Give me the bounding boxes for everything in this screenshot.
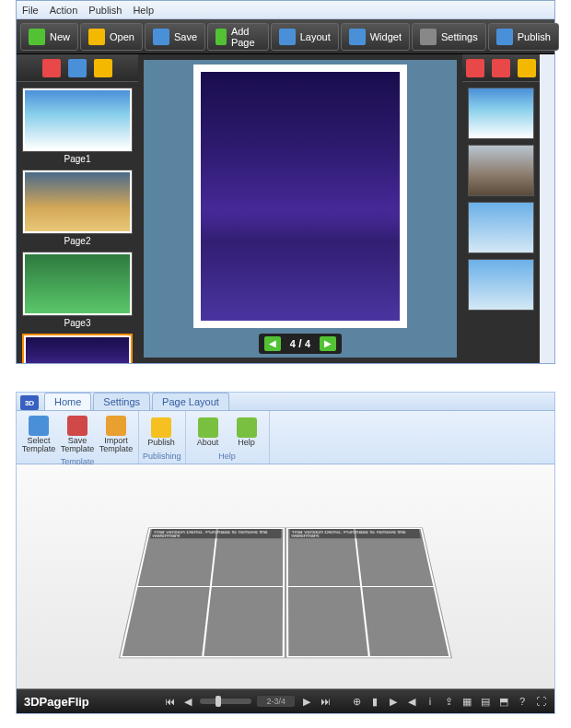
button-label: SaveTemplate bbox=[61, 437, 95, 453]
ribbon: SelectTemplateSaveTemplateImportTemplate… bbox=[17, 411, 554, 464]
help-icon[interactable]: ? bbox=[516, 695, 529, 708]
thumbnail-label: Page1 bbox=[22, 152, 133, 166]
viewer-footer: 3DPageFlip ⏮ ◀ 2-3/4 ▶ ⏭ ⊕ ▮ ▶ ◀ i ⇪ ▦ ▤… bbox=[17, 689, 554, 713]
canvas-area: ◀ 4 / 4 ▶ bbox=[138, 54, 462, 363]
menu-help[interactable]: Help bbox=[133, 5, 154, 16]
fullscreen-icon[interactable]: ⛶ bbox=[534, 695, 547, 708]
flipbook-stage[interactable]: Trial version Demo. Purchase to remove t… bbox=[17, 464, 554, 689]
button-label: Widget bbox=[370, 31, 402, 42]
page-thumbnail[interactable] bbox=[22, 88, 133, 152]
scrollbar[interactable] bbox=[540, 54, 554, 363]
button-label: Publish bbox=[147, 439, 175, 447]
sound-icon[interactable]: ◀ bbox=[405, 695, 418, 708]
thumbnail-label: Page2 bbox=[22, 234, 133, 248]
asset-thumbnail[interactable] bbox=[468, 145, 534, 196]
thumbnail-image bbox=[25, 90, 130, 149]
ribbon-group-template: SelectTemplateSaveTemplateImportTemplate… bbox=[17, 411, 139, 464]
save-icon bbox=[153, 29, 169, 45]
asset-icon-1[interactable] bbox=[466, 59, 484, 77]
new-button[interactable]: New bbox=[20, 23, 78, 51]
new-icon bbox=[29, 29, 45, 45]
tab-settings[interactable]: Settings bbox=[93, 393, 150, 410]
save-template-button[interactable]: SaveTemplate bbox=[59, 413, 96, 456]
help-button[interactable]: Help bbox=[228, 413, 265, 451]
viewer-window: 3D Home Settings Page Layout SelectTempl… bbox=[16, 392, 555, 714]
download-icon[interactable]: ⬒ bbox=[497, 695, 510, 708]
button-label: Add Page bbox=[231, 26, 261, 48]
reorder-page-icon[interactable] bbox=[94, 59, 112, 77]
page-image bbox=[122, 587, 209, 656]
ribbon-group-help: AboutHelpHelp bbox=[186, 411, 270, 464]
page-thumbnail[interactable] bbox=[22, 334, 133, 363]
widget-button[interactable]: Widget bbox=[341, 23, 410, 51]
save-button[interactable]: Save bbox=[145, 23, 205, 51]
footer-controls: ⏮ ◀ 2-3/4 ▶ ⏭ ⊕ ▮ ▶ ◀ i ⇪ ▦ ▤ ⬒ ? ⛶ bbox=[163, 695, 547, 708]
assets-toolbar bbox=[462, 54, 540, 82]
publish-button[interactable]: Publish bbox=[488, 23, 559, 51]
page-thumbnail[interactable] bbox=[22, 252, 133, 316]
info-icon[interactable]: i bbox=[424, 695, 437, 708]
thumbnail-image bbox=[26, 337, 129, 363]
button-label: About bbox=[197, 439, 219, 447]
button-label: Save bbox=[174, 31, 197, 42]
publish-icon bbox=[151, 417, 171, 438]
menu-publish[interactable]: Publish bbox=[88, 5, 122, 16]
play-icon[interactable]: ▶ bbox=[387, 695, 400, 708]
tab-home[interactable]: Home bbox=[44, 393, 91, 410]
page-thumbnail[interactable] bbox=[22, 170, 133, 234]
zoom-icon[interactable]: ⊕ bbox=[350, 695, 363, 708]
page-image bbox=[362, 587, 449, 656]
menu-action[interactable]: Action bbox=[50, 5, 78, 16]
asset-thumbnail[interactable] bbox=[468, 88, 534, 139]
open-button[interactable]: Open bbox=[80, 23, 143, 51]
bookmark-icon[interactable]: ▮ bbox=[368, 695, 381, 708]
thumbnail-label: Page3 bbox=[22, 316, 133, 330]
next-page-icon[interactable]: ▶ bbox=[300, 695, 313, 708]
book-right-page: Trial version Demo. Purchase to remove t… bbox=[286, 527, 452, 658]
book-left-page: Trial version Demo. Purchase to remove t… bbox=[119, 527, 286, 658]
menu-bar: File Action Publish Help bbox=[17, 1, 554, 19]
print-icon[interactable]: ▤ bbox=[479, 695, 492, 708]
publish-button[interactable]: Publish bbox=[143, 413, 180, 451]
prev-page-button[interactable]: ◀ bbox=[264, 336, 281, 351]
select-template-button[interactable]: SelectTemplate bbox=[20, 413, 57, 456]
last-page-icon[interactable]: ⏭ bbox=[319, 695, 332, 708]
select-template-icon bbox=[29, 416, 49, 436]
add-page-button[interactable]: Add Page bbox=[207, 23, 269, 51]
widget-icon bbox=[349, 29, 366, 45]
flipbook[interactable]: Trial version Demo. Purchase to remove t… bbox=[117, 527, 454, 658]
ribbon-tabs: 3D Home Settings Page Layout bbox=[17, 393, 554, 411]
page-props-icon[interactable] bbox=[68, 59, 87, 77]
asset-thumbnail[interactable] bbox=[468, 202, 534, 253]
button-label: Settings bbox=[441, 31, 478, 42]
page-slider[interactable] bbox=[200, 699, 251, 704]
asset-icon-3[interactable] bbox=[518, 59, 536, 77]
thumbnails-icon[interactable]: ▦ bbox=[460, 695, 473, 708]
button-label: SelectTemplate bbox=[22, 437, 56, 453]
settings-icon bbox=[420, 29, 437, 45]
ribbon-group-publishing: PublishPublishing bbox=[139, 411, 186, 464]
share-icon[interactable]: ⇪ bbox=[442, 695, 455, 708]
prev-page-icon[interactable]: ◀ bbox=[181, 695, 194, 708]
page-canvas[interactable] bbox=[193, 65, 407, 328]
next-page-button[interactable]: ▶ bbox=[320, 336, 336, 351]
about-button[interactable]: About bbox=[190, 413, 227, 451]
assets-panel bbox=[462, 54, 540, 363]
save-template-icon bbox=[67, 416, 87, 436]
first-page-icon[interactable]: ⏮ bbox=[163, 695, 176, 708]
tab-page-layout[interactable]: Page Layout bbox=[152, 393, 229, 410]
asset-thumbnails bbox=[462, 82, 540, 363]
watermark: Trial version Demo. Purchase to remove t… bbox=[290, 529, 421, 538]
layout-button[interactable]: Layout bbox=[271, 23, 339, 51]
menu-file[interactable]: File bbox=[22, 5, 39, 16]
settings-button[interactable]: Settings bbox=[412, 23, 486, 51]
page-navigator: ◀ 4 / 4 ▶ bbox=[259, 334, 342, 354]
delete-page-icon[interactable] bbox=[42, 59, 61, 77]
button-label: Help bbox=[238, 439, 255, 447]
thumbnail-image bbox=[25, 254, 130, 313]
asset-icon-2[interactable] bbox=[492, 59, 510, 77]
button-label: Open bbox=[110, 31, 134, 42]
import-template-button[interactable]: ImportTemplate bbox=[98, 413, 134, 456]
asset-thumbnail[interactable] bbox=[468, 259, 534, 311]
editor-window: File Action Publish Help NewOpenSaveAdd … bbox=[16, 0, 555, 364]
